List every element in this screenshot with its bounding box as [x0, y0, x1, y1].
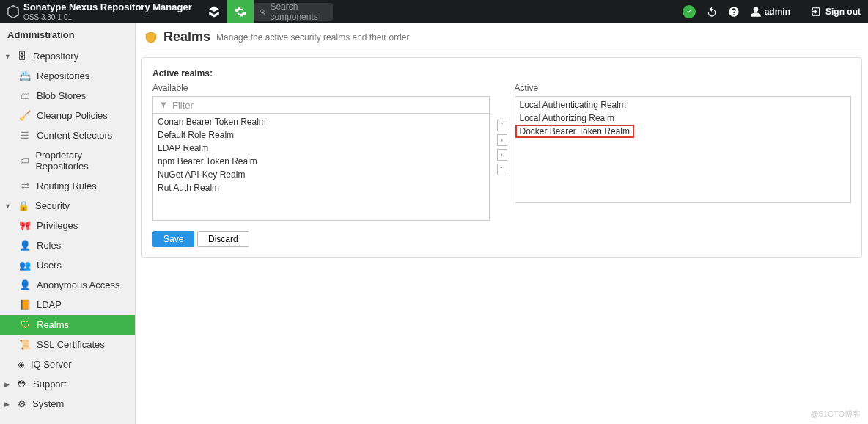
routing-icon: ⇄: [19, 180, 31, 191]
chevron-right-icon: [4, 401, 12, 408]
iq-icon: ◈: [18, 359, 25, 370]
add-to-active-button[interactable]: ›: [497, 134, 507, 146]
sidebar-item-ldap[interactable]: 📙LDAP: [0, 295, 135, 315]
sidebar-item-realms[interactable]: 🛡Realms: [0, 315, 135, 335]
database-icon: 🗄: [18, 51, 27, 62]
person-icon: 👤: [19, 240, 31, 251]
refresh-icon[interactable]: [706, 6, 718, 18]
watermark: @51CTO博客: [811, 409, 861, 420]
app-title-block: Sonatype Nexus Repository Manager OSS 3.…: [23, 2, 192, 21]
available-label: Available: [152, 83, 490, 93]
save-button[interactable]: Save: [152, 231, 194, 247]
svg-marker-0: [8, 6, 18, 18]
section-repository[interactable]: 🗄 Repository: [0, 46, 135, 66]
people-icon: 👥: [19, 260, 31, 271]
list-item[interactable]: Default Role Realm: [153, 128, 489, 142]
section-label: Repository: [33, 51, 78, 62]
sidebar-title: Administration: [0, 23, 135, 46]
move-up-button[interactable]: ˄: [497, 120, 507, 131]
list-item[interactable]: NuGet API-Key Realm: [153, 168, 489, 181]
remove-from-active-button[interactable]: ‹: [497, 149, 507, 161]
sidebar-item-ssl-certificates[interactable]: 📜SSL Certificates: [0, 335, 135, 354]
realms-panel: Active realms: Available Filter Conan Be…: [141, 57, 862, 258]
section-support[interactable]: ⛑ Support: [0, 374, 135, 394]
filter-input[interactable]: Filter: [152, 96, 490, 114]
proprietary-icon: 🏷: [19, 156, 29, 167]
sidebar-item-anonymous-access[interactable]: 👤Anonymous Access: [0, 275, 135, 295]
shield-icon: 🛡: [19, 319, 31, 330]
section-heading: Active realms:: [152, 68, 851, 78]
sidebar-item-blob-stores[interactable]: 🗃Blob Stores: [0, 86, 135, 106]
available-realms-list[interactable]: Conan Bearer Token RealmDefault Role Rea…: [152, 114, 490, 221]
list-item[interactable]: LDAP Realm: [153, 142, 489, 155]
section-label: Support: [33, 379, 67, 390]
active-realms-list[interactable]: Local Authenticating RealmLocal Authoriz…: [515, 96, 852, 203]
health-status-icon[interactable]: [683, 5, 696, 18]
anonymous-icon: 👤: [19, 279, 31, 290]
lock-icon: 🔒: [18, 200, 29, 211]
sidebar-item-privileges[interactable]: 🎀Privileges: [0, 216, 135, 235]
browse-mode-button[interactable]: [201, 0, 227, 23]
chevron-down-icon: [4, 202, 12, 210]
list-item[interactable]: Rut Auth Realm: [153, 181, 489, 194]
support-icon: ⛑: [18, 379, 27, 390]
list-item[interactable]: Docker Bearer Token Realm: [515, 125, 635, 138]
filter-placeholder: Filter: [172, 100, 194, 111]
page-description: Manage the active security realms and th…: [216, 32, 409, 43]
signout-icon: [811, 7, 821, 17]
list-item[interactable]: Conan Bearer Token Realm: [153, 115, 489, 128]
section-label: IQ Server: [31, 359, 72, 370]
section-label: Security: [35, 200, 70, 211]
repositories-icon: 📇: [19, 70, 31, 81]
sidebar: Administration 🗄 Repository 📇Repositorie…: [0, 23, 136, 424]
chevron-down-icon: [4, 53, 12, 60]
user-icon: [750, 6, 762, 18]
signout-button[interactable]: Sign out: [811, 7, 861, 17]
list-item[interactable]: npm Bearer Token Realm: [153, 155, 489, 168]
filter-icon: [159, 100, 168, 109]
page-title: Realms: [163, 29, 210, 45]
section-security[interactable]: 🔒 Security: [0, 196, 135, 216]
gear-icon: ⚙: [18, 398, 26, 409]
search-placeholder: Search components: [270, 1, 326, 22]
page-header: Realms Manage the active security realms…: [141, 23, 862, 51]
sidebar-item-cleanup-policies[interactable]: 🧹Cleanup Policies: [0, 106, 135, 125]
signout-label: Sign out: [825, 7, 861, 17]
user-menu[interactable]: admin: [750, 6, 790, 18]
blob-stores-icon: 🗃: [19, 90, 31, 101]
book-icon: 📙: [19, 299, 31, 310]
search-input[interactable]: Search components: [254, 3, 333, 21]
stack-icon: ☰: [19, 130, 31, 141]
section-iq-server[interactable]: ◈ IQ Server: [0, 354, 135, 374]
sidebar-item-content-selectors[interactable]: ☰Content Selectors: [0, 125, 135, 145]
active-label: Active: [515, 83, 852, 93]
certificate-icon: 📜: [19, 339, 31, 350]
search-icon: [260, 7, 266, 16]
move-down-button[interactable]: ˅: [497, 164, 507, 175]
list-item[interactable]: Local Authorizing Realm: [515, 112, 851, 125]
logo-icon: [7, 5, 19, 18]
sidebar-item-routing-rules[interactable]: ⇄Routing Rules: [0, 176, 135, 196]
sidebar-item-users[interactable]: 👥Users: [0, 255, 135, 275]
section-label: System: [32, 398, 64, 409]
sidebar-item-roles[interactable]: 👤Roles: [0, 235, 135, 255]
username: admin: [765, 7, 790, 17]
section-system[interactable]: ⚙ System: [0, 394, 135, 414]
ribbon-icon: 🎀: [19, 220, 31, 231]
sidebar-item-repositories[interactable]: 📇Repositories: [0, 66, 135, 86]
admin-mode-button[interactable]: [227, 0, 254, 23]
discard-button[interactable]: Discard: [197, 231, 249, 247]
shield-icon: [144, 30, 158, 45]
sidebar-item-proprietary-repositories[interactable]: 🏷Proprietary Repositories: [0, 145, 135, 176]
chevron-right-icon: [4, 381, 12, 388]
help-icon[interactable]: [728, 6, 740, 18]
list-item[interactable]: Local Authenticating Realm: [515, 98, 851, 112]
broom-icon: 🧹: [19, 110, 31, 121]
app-version: OSS 3.30.1-01: [23, 13, 192, 21]
app-title: Sonatype Nexus Repository Manager: [23, 2, 192, 12]
